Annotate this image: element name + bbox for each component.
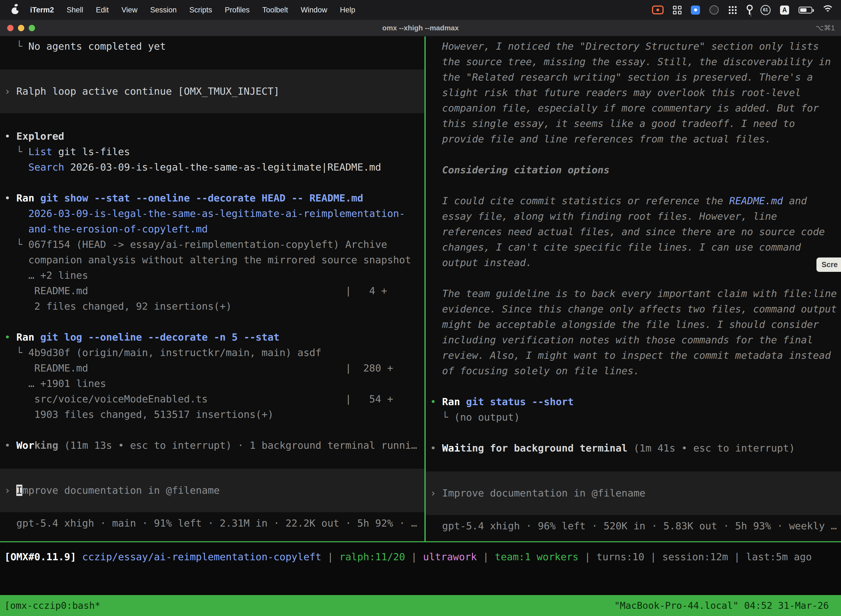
password-key-icon[interactable] (747, 5, 751, 15)
terminal-line: including verification notes with those … (426, 332, 841, 348)
dark-app-icon[interactable] (709, 5, 719, 15)
blank-line (426, 425, 841, 440)
terminal-line: this single essay, it seems like a good … (426, 116, 841, 131)
window-shortcut-hint: ⌥⌘1 (816, 24, 835, 32)
blank-line (426, 456, 841, 471)
blank-line (0, 113, 424, 129)
menu-item-edit[interactable]: Edit (96, 6, 109, 14)
terminal-line: • Waiting for background terminal (1m 41… (426, 440, 841, 456)
menu-item-window[interactable]: Window (301, 6, 327, 14)
battery-icon[interactable] (799, 7, 812, 13)
terminal-line: 2 files changed, 92 insertions(+) (0, 299, 424, 314)
terminal-line: gpt-5.4 xhigh · 96% left · 520K in · 5.8… (426, 518, 841, 534)
terminal-line: and-the-erosion-of-copyleft.md (0, 221, 424, 237)
terminal-line: └ List git ls-files (0, 144, 424, 160)
screen-share-tab-label: Scre (821, 261, 838, 269)
terminal-line: › Ralph loop active continue [OMX_TMUX_I… (0, 84, 280, 99)
terminal-line: • Ran git status --short (426, 394, 841, 409)
blank-line (426, 270, 841, 286)
terminal-line: the source tree, missing the essay. Stil… (426, 54, 841, 70)
app-grid-icon[interactable] (728, 6, 737, 15)
menu-items: iTerm2ShellEditViewSessionScriptsProfile… (30, 6, 355, 14)
blank-line (0, 175, 424, 191)
tmux-status-bar: [omx-cczip0:bash* "MacBook-Pro-44.local"… (0, 595, 841, 616)
terminal-pane-right[interactable]: However, I noticed the "Directory Struct… (426, 37, 841, 541)
window-title-bar[interactable]: omx --xhigh --madmax ⌥⌘1 (0, 20, 841, 37)
prompt-input-right[interactable]: › Improve documentation in @filename (426, 471, 841, 515)
terminal-line: provide file and line references from th… (426, 131, 841, 147)
terminal-line: However, I noticed the "Directory Struct… (426, 39, 841, 54)
menu-item-scripts[interactable]: Scripts (189, 6, 212, 14)
window-manager-icon[interactable] (673, 6, 681, 14)
terminal-line: › Improve documentation in @filename (0, 483, 220, 498)
blank-line (426, 147, 841, 162)
terminal-line: I could cite commit statistics or refere… (426, 193, 841, 209)
terminal-line: gpt-5.4 xhigh · main · 91% left · 2.31M … (0, 516, 424, 531)
apple-menu-icon[interactable] (12, 6, 19, 14)
omx-status-region: [OMX#0.11.9] cczip/essay/ai-reimplementa… (0, 542, 841, 595)
omx-status-bar: [OMX#0.11.9] cczip/essay/ai-reimplementa… (0, 549, 812, 565)
menu-bar: iTerm2ShellEditViewSessionScriptsProfile… (0, 0, 841, 20)
minimize-button[interactable] (18, 25, 24, 31)
close-button[interactable] (7, 25, 13, 31)
terminal-line: └ No agents completed yet (0, 39, 424, 54)
terminal-line: of focusing solely on file lines. (426, 363, 841, 378)
input-source-icon[interactable]: A (780, 6, 789, 15)
terminal-line: … +2 lines (0, 268, 424, 283)
terminal-line: companion analysis without altering the … (0, 252, 424, 268)
terminal-line: README.md | 4 + (0, 283, 424, 299)
blank-line (426, 178, 841, 193)
menu-item-iterm2[interactable]: iTerm2 (30, 6, 54, 14)
terminal-pane-left[interactable]: └ No agents completed yet› Ralph loop ac… (0, 37, 424, 541)
wifi-icon[interactable] (822, 5, 834, 15)
terminal-line: the "Related research writing" section i… (426, 70, 841, 85)
prompt-input-left[interactable]: › Improve documentation in @filename (0, 469, 424, 512)
menu-bar-status-icons: 61 A (652, 5, 834, 15)
terminal-line: references need actual files, and since … (426, 224, 841, 239)
menu-item-shell[interactable]: Shell (67, 6, 84, 14)
terminal-line: • Ran git show --stat --oneline --decora… (0, 191, 424, 206)
terminal-line: 2026-03-09-is-legal-the-same-as-legitima… (0, 206, 424, 221)
traffic-lights (7, 25, 35, 31)
terminal-line: output instead. (426, 255, 841, 270)
terminal-line: └ 4b9d30f (origin/main, instructkr/main,… (0, 345, 424, 361)
terminal-line: [OMX#0.11.9] cczip/essay/ai-reimplementa… (0, 549, 812, 565)
terminal-line: review. Also, I might want to inspect th… (426, 348, 841, 363)
menu-item-toolbelt[interactable]: Toolbelt (262, 6, 288, 14)
menu-item-help[interactable]: Help (340, 6, 355, 14)
terminal-line: └ 067f154 (HEAD -> essay/ai-reimplementa… (0, 237, 424, 252)
tmux-session-label: [omx-cczip0:bash* (4, 600, 100, 611)
menu-item-view[interactable]: View (122, 6, 138, 14)
terminal-line: • Ran git log --oneline --decorate -n 5 … (0, 330, 424, 345)
blank-line (426, 378, 841, 394)
terminal-line: 1903 files changed, 513517 insertions(+) (0, 407, 424, 422)
terminal-line: Considering citation options (426, 162, 841, 178)
terminal-line: companion file, especially if more comme… (426, 100, 841, 116)
screen-recording-indicator-icon[interactable] (652, 6, 664, 14)
menu-item-session[interactable]: Session (150, 6, 177, 14)
screen-share-tab[interactable]: Scre (816, 258, 841, 272)
terminal-line: › Improve documentation in @filename (426, 485, 645, 501)
terminal-line: • Working (11m 13s • esc to interrupt) ·… (0, 438, 424, 453)
terminal-line: changes, I can't cite specific file line… (426, 239, 841, 255)
blank-line (0, 54, 424, 70)
zoom-button[interactable] (29, 25, 35, 31)
terminal-line: slight risk that future readers may over… (426, 85, 841, 100)
terminal-line: Search 2026-03-09-is-legal-the-same-as-l… (0, 160, 424, 175)
blank-line (0, 453, 424, 469)
terminal-line: • Explored (0, 129, 424, 144)
terminal-line: README.md | 280 + (0, 361, 424, 376)
blue-app-icon[interactable] (691, 6, 700, 15)
ralph-loop-banner: › Ralph loop active continue [OMX_TMUX_I… (0, 70, 424, 113)
tmux-host-clock-label: "MacBook-Pro-44.local" 04:52 31-Mar-26 (614, 600, 829, 611)
terminal-line: essay file, along with finding root file… (426, 209, 841, 224)
window-title: omx --xhigh --madmax (0, 24, 841, 32)
terminal-line: └ (no output) (426, 409, 841, 425)
battery-percentage-badge[interactable]: 61 (760, 5, 771, 15)
terminal-line: evidence. Since this change only affects… (426, 301, 841, 317)
blank-line (0, 314, 424, 330)
terminal-line: … +1901 lines (0, 376, 424, 392)
menu-item-profiles[interactable]: Profiles (225, 6, 250, 14)
terminal-line: The team guideline is to back every impo… (426, 286, 841, 301)
desktop: iTerm2ShellEditViewSessionScriptsProfile… (0, 0, 841, 616)
